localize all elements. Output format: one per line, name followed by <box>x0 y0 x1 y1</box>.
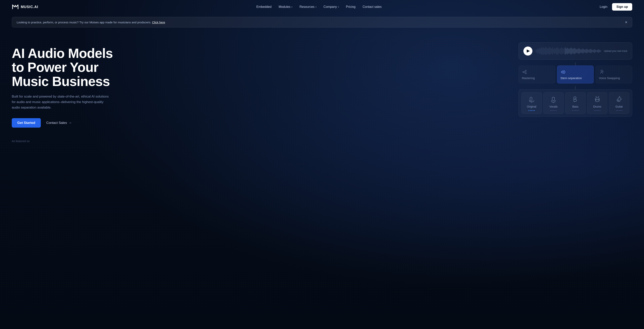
nav-item-company[interactable]: Company ▾ <box>324 5 339 9</box>
svg-line-13 <box>598 96 599 97</box>
chevron-down-icon: ▾ <box>292 6 292 8</box>
svg-point-12 <box>595 100 599 102</box>
svg-line-16 <box>619 96 620 97</box>
svg-point-1 <box>523 72 524 73</box>
vocals-icon <box>550 96 557 103</box>
connector-line <box>575 63 576 66</box>
svg-line-14 <box>596 96 596 97</box>
stem-original[interactable]: Original <box>522 92 542 114</box>
bass-icon <box>572 96 579 103</box>
voice-swapping-label: Voice Swapping <box>599 76 620 80</box>
bass-label: Bass <box>572 105 578 108</box>
waveform-display <box>536 47 601 55</box>
hero-title: AI Audio Models to Power Your Music Busi… <box>12 46 122 88</box>
nav-item-embedded[interactable]: Embedded <box>256 5 272 9</box>
logo-icon <box>12 3 19 11</box>
svg-line-3 <box>524 71 525 72</box>
vocals-waveform <box>550 110 556 111</box>
main-content: AI Audio Models to Power Your Music Busi… <box>0 31 644 135</box>
banner-text: Looking to practice, perform, or process… <box>17 21 165 24</box>
play-button[interactable] <box>524 47 532 56</box>
banner-close-button[interactable]: × <box>625 20 627 24</box>
audio-player-card: Upload your own track <box>518 42 632 60</box>
guitar-waveform <box>616 110 622 111</box>
stem-icon <box>560 69 566 75</box>
svg-point-15 <box>618 100 619 101</box>
nav-links: Embedded Modules ▾ Resources ▾ Company ▾… <box>256 5 382 9</box>
stem-drums[interactable]: Drums <box>587 92 608 114</box>
stem-separation-label: Stem separation <box>560 76 582 80</box>
bass-waveform <box>572 110 578 111</box>
svg-point-2 <box>525 73 526 74</box>
original-icon <box>528 96 535 103</box>
drums-waveform <box>594 110 600 111</box>
hero-section: AI Audio Models to Power Your Music Busi… <box>12 42 122 128</box>
stem-bass[interactable]: Bass <box>565 92 586 114</box>
nav-item-modules[interactable]: Modules ▾ <box>279 5 292 9</box>
feature-selector: Mastering Stem separation Voice Swapping <box>518 66 632 83</box>
hero-description: Built for scale and powered by state-of-… <box>12 94 110 110</box>
drums-label: Drums <box>593 105 601 108</box>
logo[interactable]: MUSIC.AI <box>12 3 38 11</box>
guitar-icon <box>616 96 622 103</box>
original-waveform <box>528 110 535 111</box>
feature-mastering[interactable]: Mastering <box>518 66 555 83</box>
vocals-label: Vocals <box>550 105 558 108</box>
upload-track-text[interactable]: Upload your own track <box>604 50 627 53</box>
contact-sales-button[interactable]: Contact Sales <box>46 121 72 125</box>
original-label: Original <box>527 105 536 108</box>
announcement-banner: Looking to practice, perform, or process… <box>12 17 632 28</box>
demo-section: Upload your own track Mastering <box>518 42 632 117</box>
svg-point-5 <box>601 70 602 72</box>
guitar-label: Guitar <box>615 105 623 108</box>
drums-icon <box>594 96 601 103</box>
navbar: MUSIC.AI Embedded Modules ▾ Resources ▾ … <box>0 0 644 14</box>
share-icon <box>522 69 527 75</box>
banner-link[interactable]: Click here <box>152 21 165 24</box>
feature-voice-swapping[interactable]: Voice Swapping <box>596 66 632 83</box>
svg-point-0 <box>525 70 526 72</box>
stem-vocals[interactable]: Vocals <box>544 92 564 114</box>
svg-line-4 <box>524 73 525 73</box>
featured-on-label: As featured on <box>12 140 30 143</box>
hero-actions: Get Started Contact Sales <box>12 118 122 128</box>
featured-on-section: As featured on <box>0 135 644 143</box>
stem-guitar[interactable]: Guitar <box>609 92 629 114</box>
feature-stem-separation[interactable]: Stem separation <box>557 66 594 83</box>
voice-icon <box>599 69 604 75</box>
nav-item-contact-sales[interactable]: Contact sales <box>362 5 382 9</box>
chevron-down-icon: ▾ <box>338 6 339 8</box>
connector-line-2 <box>575 86 576 89</box>
get-started-button[interactable]: Get Started <box>12 118 41 128</box>
signup-button[interactable]: Sign up <box>612 3 632 11</box>
svg-point-9 <box>595 98 599 100</box>
nav-item-resources[interactable]: Resources ▾ <box>300 5 316 9</box>
nav-item-pricing[interactable]: Pricing <box>346 5 356 9</box>
stem-outputs: Original Vocals <box>518 89 632 117</box>
play-icon <box>527 50 530 53</box>
nav-auth: Login Sign up <box>600 3 632 11</box>
mastering-label: Mastering <box>522 76 535 80</box>
chevron-down-icon: ▾ <box>316 6 316 8</box>
svg-rect-6 <box>530 97 532 101</box>
login-button[interactable]: Login <box>600 5 607 9</box>
logo-text: MUSIC.AI <box>21 5 38 9</box>
